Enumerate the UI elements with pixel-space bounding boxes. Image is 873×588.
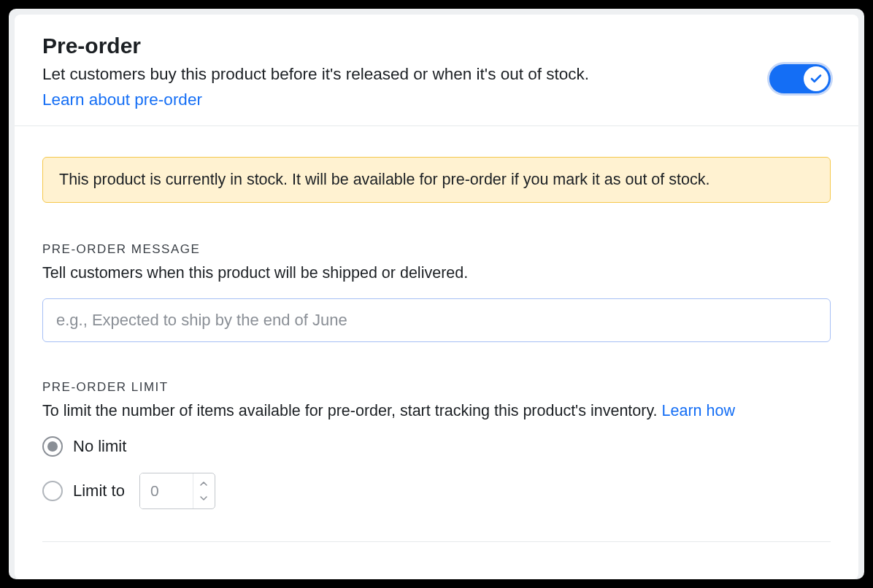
message-section-description: Tell customers when this product will be… bbox=[42, 264, 831, 282]
toggle-knob bbox=[804, 66, 828, 91]
preorder-card: Pre-order Let customers buy this product… bbox=[15, 15, 858, 579]
quantity-stepper bbox=[193, 473, 215, 508]
learn-how-link[interactable]: Learn how bbox=[662, 402, 735, 419]
chevron-down-icon bbox=[200, 496, 207, 500]
check-icon bbox=[809, 72, 823, 85]
card-body: This product is currently in stock. It w… bbox=[15, 126, 858, 542]
limit-to-radio[interactable] bbox=[42, 481, 63, 501]
stepper-up-button[interactable] bbox=[193, 476, 215, 491]
no-limit-radio[interactable] bbox=[42, 436, 63, 457]
learn-about-preorder-link[interactable]: Learn about pre-order bbox=[42, 90, 202, 109]
limit-to-label: Limit to bbox=[73, 481, 125, 500]
no-limit-label: No limit bbox=[73, 437, 126, 456]
preorder-message-input[interactable] bbox=[42, 298, 831, 342]
limit-number-wrap bbox=[139, 473, 215, 509]
header-text-block: Pre-order Let customers buy this product… bbox=[42, 34, 769, 109]
limit-section-description: To limit the number of items available f… bbox=[42, 402, 831, 420]
toggle-container bbox=[769, 34, 831, 93]
limit-desc-text: To limit the number of items available f… bbox=[42, 402, 662, 419]
radio-row-limit-to: Limit to bbox=[42, 473, 831, 509]
limit-number-input[interactable] bbox=[140, 473, 193, 508]
stepper-down-button[interactable] bbox=[193, 491, 215, 506]
radio-row-no-limit: No limit bbox=[42, 436, 831, 457]
limit-section-label: PRE-ORDER LIMIT bbox=[42, 380, 831, 395]
stock-alert: This product is currently in stock. It w… bbox=[42, 157, 831, 203]
preorder-toggle[interactable] bbox=[769, 64, 831, 93]
page-title: Pre-order bbox=[42, 34, 769, 58]
bottom-divider bbox=[42, 541, 831, 542]
page-subtitle: Let customers buy this product before it… bbox=[42, 63, 769, 86]
card-header: Pre-order Let customers buy this product… bbox=[15, 15, 858, 109]
message-section-label: PRE-ORDER MESSAGE bbox=[42, 242, 831, 257]
chevron-up-icon bbox=[200, 481, 207, 486]
